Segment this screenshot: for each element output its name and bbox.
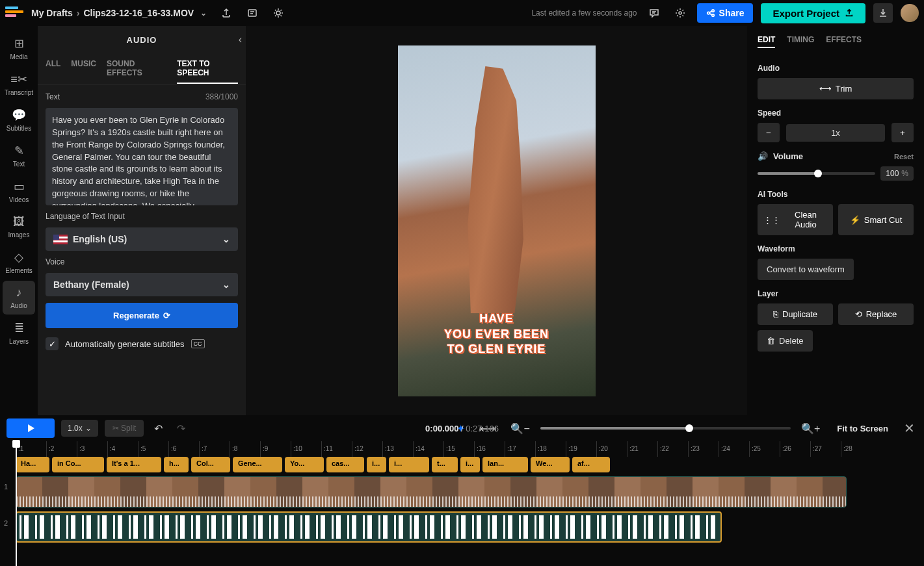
breadcrumb-file[interactable]: Clips23-12-16_16-33.MOV — [83, 8, 194, 18]
voice-select[interactable]: Bethany (Female) ⌄ — [46, 273, 238, 296]
caption-clip[interactable]: Ha... — [16, 457, 49, 472]
download-button[interactable] — [873, 3, 893, 23]
breadcrumb-root[interactable]: My Drafts — [31, 8, 73, 18]
preview-canvas[interactable]: HAVE YOU EVER BEEN TO GLEN EYRIE — [246, 26, 747, 415]
comment-icon[interactable] — [645, 4, 663, 22]
convert-waveform-button[interactable]: Convert to waveform — [758, 259, 854, 280]
caption-clip[interactable]: h... — [164, 457, 189, 472]
clean-audio-button[interactable]: ⋮⋮Clean Audio — [758, 204, 833, 235]
rail-images[interactable]: 🖼Images — [3, 210, 35, 244]
zoom-out-icon[interactable]: 🔍− — [507, 418, 533, 439]
caption-clip[interactable]: Yo... — [285, 457, 324, 472]
upload-icon[interactable] — [217, 4, 235, 22]
rail-layers[interactable]: ≣Layers — [3, 316, 35, 350]
voice-label: Voice — [46, 257, 64, 266]
zoom-slider[interactable] — [540, 427, 791, 430]
undo-icon[interactable]: ↶ — [150, 418, 166, 439]
notes-icon[interactable] — [243, 4, 261, 22]
video-track-clip[interactable] — [16, 476, 847, 508]
audio-icon: ♪ — [16, 286, 22, 300]
smart-cut-button[interactable]: ⚡Smart Cut — [838, 204, 914, 235]
auto-subtitle-checkbox[interactable]: ✓ Automatically generate subtitles CC — [46, 335, 238, 350]
trim-button[interactable]: ⟷Trim — [758, 78, 914, 99]
fit-screen-button[interactable]: Fit to Screen — [830, 420, 895, 437]
tab-music[interactable]: MUSIC — [71, 54, 96, 84]
split-button[interactable]: ✂ Split — [105, 420, 144, 437]
volume-icon: 🔊 — [758, 151, 768, 161]
cc-icon: CC — [191, 339, 205, 348]
volume-slider[interactable] — [758, 172, 875, 175]
reset-volume-button[interactable]: Reset — [894, 153, 914, 161]
ruler[interactable]: :1:2:3:4:5:6:7:8:9:10:11:12:13:14:15:16:… — [0, 441, 924, 457]
play-button[interactable] — [7, 418, 55, 438]
rail-videos[interactable]: ▭Videos — [3, 174, 35, 209]
caption-overlay: HAVE YOU EVER BEEN TO GLEN EYRIE — [398, 311, 596, 357]
text-label: Text — [46, 92, 60, 101]
rtab-timing[interactable]: TIMING — [787, 35, 814, 48]
playhead[interactable] — [16, 441, 17, 566]
tab-all[interactable]: ALL — [46, 54, 60, 84]
svg-point-2 — [679, 12, 681, 14]
collapse-panel-icon[interactable]: ‹ — [239, 34, 242, 45]
tts-textarea[interactable] — [46, 108, 238, 205]
app-logo[interactable] — [5, 6, 23, 19]
rtab-effects[interactable]: EFFECTS — [826, 35, 862, 48]
caption-clip[interactable]: lan... — [482, 457, 528, 472]
duplicate-button[interactable]: ⎘Duplicate — [758, 303, 833, 325]
caption-clip[interactable]: af... — [572, 457, 610, 472]
caption-track[interactable]: Ha...in Co...It's a 1...h...Col...Gene..… — [16, 457, 924, 472]
theme-icon[interactable] — [269, 4, 287, 22]
speed-value: 1x — [786, 124, 885, 142]
trash-icon: 🗑 — [767, 336, 775, 346]
rail-subtitles[interactable]: 💬Subtitles — [3, 103, 35, 137]
replace-button[interactable]: ⟲Replace — [838, 303, 914, 325]
caption-clip[interactable]: It's a 1... — [107, 457, 161, 472]
avatar[interactable] — [901, 4, 919, 22]
rtab-edit[interactable]: EDIT — [758, 35, 775, 48]
chevron-down-icon[interactable]: ⌄ — [198, 8, 209, 18]
layer-section-label: Layer — [758, 289, 914, 298]
rail-text[interactable]: ✎Text — [3, 138, 35, 173]
properties-panel: EDIT TIMING EFFECTS Audio ⟷Trim Speed − … — [747, 26, 924, 415]
transcript-icon: ≡✂ — [10, 72, 27, 86]
caption-clip[interactable]: Col... — [191, 457, 230, 472]
export-button[interactable]: Export Project — [761, 3, 865, 23]
caption-clip[interactable]: t... — [432, 457, 458, 472]
breadcrumb: My Drafts › Clips23-12-16_16-33.MOV ⌄ — [31, 8, 209, 18]
svg-point-4 — [711, 10, 714, 12]
playback-speed-button[interactable]: 1.0x ⌄ — [61, 420, 98, 437]
audio-panel: AUDIO ‹ ALL MUSIC SOUND EFFECTS TEXT TO … — [38, 26, 246, 415]
caption-clip[interactable]: i... — [460, 457, 480, 472]
rail-elements[interactable]: ◇Elements — [3, 245, 35, 279]
caption-clip[interactable]: cas... — [326, 457, 364, 472]
redo-icon[interactable]: ↷ — [173, 418, 189, 439]
language-select[interactable]: English (US) ⌄ — [46, 227, 238, 251]
caption-clip[interactable]: i... — [389, 457, 429, 472]
caption-clip[interactable]: in Co... — [52, 457, 104, 472]
speed-increase-button[interactable]: + — [891, 123, 914, 142]
rail-media[interactable]: ⊞Media — [3, 31, 35, 66]
gear-icon[interactable] — [671, 4, 689, 22]
caption-clip[interactable]: i... — [367, 457, 386, 472]
caption-clip[interactable]: We... — [531, 457, 570, 472]
sparkle-icon: ⋮⋮ — [763, 215, 780, 225]
zoom-in-icon[interactable]: 🔍+ — [797, 418, 824, 439]
caption-clip[interactable]: Gene... — [233, 457, 282, 472]
close-timeline-button[interactable]: ✕ — [901, 418, 917, 439]
last-edited-label: Last edited a few seconds ago — [531, 8, 637, 18]
panel-title: AUDIO — [38, 26, 246, 54]
share-button[interactable]: Share — [697, 3, 754, 23]
videos-icon: ▭ — [14, 179, 25, 194]
audio-track-clip[interactable] — [16, 511, 722, 543]
rail-audio[interactable]: ♪Audio — [3, 281, 35, 315]
regenerate-button[interactable]: Regenerate ⟳ — [46, 303, 238, 328]
speed-decrease-button[interactable]: − — [758, 123, 780, 142]
rail-transcript[interactable]: ≡✂Transcript — [3, 67, 35, 101]
tab-tts[interactable]: TEXT TO SPEECH — [177, 54, 238, 84]
trim-icon: ⟷ — [819, 84, 832, 94]
delete-button[interactable]: 🗑Delete — [758, 330, 813, 352]
layers-icon: ≣ — [14, 321, 24, 335]
char-counter: 388/1000 — [205, 92, 238, 101]
tab-sfx[interactable]: SOUND EFFECTS — [107, 54, 166, 84]
elements-icon: ◇ — [14, 250, 23, 264]
